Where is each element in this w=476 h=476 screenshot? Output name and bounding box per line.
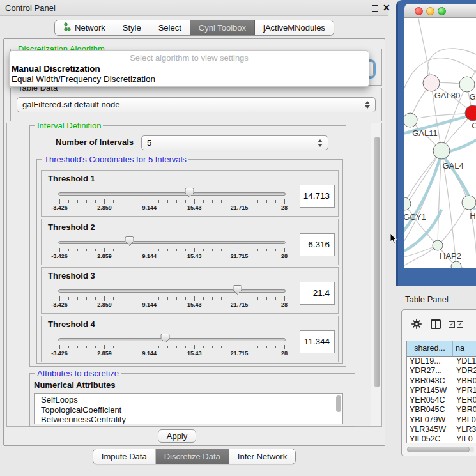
attribute-item-selfloops[interactable]: SelfLoops: [35, 395, 342, 405]
vertical-scrollbar-thumb[interactable]: [374, 137, 380, 387]
table-row[interactable]: YDL19...YDL1: [407, 357, 476, 366]
float-window-icon[interactable]: [372, 5, 378, 12]
threshold-slider-track[interactable]: [58, 192, 286, 196]
network-window-titlebar[interactable]: [404, 4, 476, 18]
cell-shared-name[interactable]: YDR27...: [407, 366, 453, 376]
tick-mark: [249, 200, 249, 203]
threshold-value-field[interactable]: 14.713: [300, 185, 335, 208]
table-row[interactable]: YLR345WYLR3: [407, 425, 476, 434]
tab-impute-data[interactable]: Impute Data: [93, 449, 156, 464]
threshold-slider-thumb[interactable]: [185, 187, 194, 201]
network-node-h[interactable]: [462, 196, 476, 210]
network-canvas[interactable]: GAL80GACGAL11GAL4GCY1HHAP2: [404, 18, 476, 268]
threshold-label: Threshold 4: [48, 319, 95, 329]
tab-style[interactable]: Style: [114, 20, 150, 35]
threshold-slider-thumb[interactable]: [160, 333, 170, 346]
threshold-value-field[interactable]: 6.316: [300, 233, 335, 256]
attributes-list[interactable]: SelfLoopsTopologicalCoefficientBetweenne…: [34, 393, 343, 424]
close-icon[interactable]: ✕: [383, 3, 390, 13]
table-row[interactable]: YPR145WYPR1: [407, 386, 476, 395]
attributes-scrollbar-thumb[interactable]: [336, 395, 341, 412]
algorithm-option-manual-discretization[interactable]: Manual Discretization: [12, 64, 100, 73]
table-panel-title: Table Panel: [405, 295, 449, 304]
network-icon: [63, 22, 72, 33]
network-node-gal11[interactable]: [404, 113, 417, 127]
column-header-shared-name[interactable]: shared...: [407, 341, 453, 357]
network-node[interactable]: [451, 261, 461, 268]
tick-mark: [212, 249, 213, 251]
tick-mark: [257, 200, 258, 203]
gear-icon[interactable]: [411, 319, 422, 329]
table-row[interactable]: YBL079WYBL0: [407, 415, 476, 425]
algorithm-option-equal-width-frequency-discretization[interactable]: Equal Width/Frequency Discretization: [12, 74, 155, 84]
checked-box-icon[interactable]: ✓: [457, 321, 463, 328]
traffic-light-minimize-icon[interactable]: [426, 7, 434, 15]
thresholds-group-title: Threshold's Coordinates for 5 Intervals: [42, 155, 188, 164]
cell-name[interactable]: YBR0: [453, 405, 476, 415]
traffic-light-zoom-icon[interactable]: [438, 7, 446, 15]
cell-shared-name[interactable]: YBR045C: [407, 405, 453, 415]
cell-shared-name[interactable]: YBR043C: [407, 376, 453, 386]
threshold-slider-thumb[interactable]: [125, 236, 134, 249]
tab-network[interactable]: Network: [55, 20, 114, 35]
attribute-item-topologicalcoefficient[interactable]: TopologicalCoefficient: [35, 405, 342, 415]
cell-name[interactable]: YDR2: [453, 366, 476, 376]
threshold-value-field[interactable]: 21.4: [300, 282, 335, 305]
network-node-ga[interactable]: [459, 77, 475, 92]
tick-mark: [257, 249, 258, 251]
scale-label: -3.426: [45, 302, 73, 308]
network-node-hap2[interactable]: [433, 240, 443, 250]
traffic-light-close-icon[interactable]: [415, 7, 423, 15]
tick-mark: [231, 346, 231, 348]
tab-select[interactable]: Select: [150, 20, 190, 35]
threshold-slider-track[interactable]: [58, 338, 286, 341]
network-node-gal80[interactable]: [423, 75, 440, 91]
network-view-window[interactable]: GAL80GACGAL11GAL4GCY1HHAP2: [396, 0, 476, 286]
cell-shared-name[interactable]: YDL19...: [407, 357, 453, 366]
scale-label: 15.43: [180, 350, 208, 357]
threshold-slider-track[interactable]: [58, 241, 286, 244]
table-data-groupbox: Table Data galFiltered.sif default node: [10, 88, 382, 121]
cell-name[interactable]: YLR3: [453, 425, 476, 434]
threshold-slider-thumb[interactable]: [233, 284, 242, 298]
table-row[interactable]: YDR27...YDR2: [407, 366, 476, 376]
cell-name[interactable]: YER0: [453, 395, 476, 405]
control-panel-titlebar: Control Panel ✕: [0, 0, 388, 16]
cell-name[interactable]: YIL0: [453, 434, 476, 441]
cell-shared-name[interactable]: YLR345W: [407, 425, 453, 434]
column-header-name[interactable]: na: [453, 341, 476, 357]
table-row[interactable]: YBR043CYBR0: [407, 376, 476, 386]
tab-cyni-toolbox[interactable]: Cyni Toolbox: [190, 20, 255, 35]
threshold-value-field[interactable]: 11.344: [300, 330, 335, 353]
tick-mark: [113, 346, 114, 348]
table-row[interactable]: YBR045CYBR0: [407, 405, 476, 415]
attribute-item-betweennesscentrality[interactable]: BetweennessCentrality: [35, 415, 342, 424]
table-row[interactable]: YIL052CYIL0: [407, 434, 476, 441]
table-horizontal-scrollbar[interactable]: [407, 447, 474, 452]
table-hscrollbar-thumb[interactable]: [407, 447, 470, 452]
scale-label: 9.144: [135, 302, 164, 308]
cell-shared-name[interactable]: YPR145W: [407, 386, 453, 395]
split-columns-icon[interactable]: [431, 319, 441, 329]
tick-mark: [68, 249, 69, 251]
tab-infer-network[interactable]: Infer Network: [229, 449, 295, 464]
cell-shared-name[interactable]: YBL079W: [407, 415, 453, 425]
cell-shared-name[interactable]: YIL052C: [407, 434, 453, 441]
cell-name[interactable]: YDL1: [453, 357, 476, 366]
checked-box-icon[interactable]: ✓: [449, 321, 455, 328]
apply-button[interactable]: Apply: [158, 429, 196, 443]
intervals-count-combobox[interactable]: 5: [141, 135, 328, 150]
tab-jactivemnodules[interactable]: jActiveMNodules: [255, 20, 334, 35]
tick-mark: [167, 297, 168, 300]
threshold-slider-track[interactable]: [58, 289, 286, 293]
cell-name[interactable]: YBR0: [453, 376, 476, 386]
tab-discretize-data[interactable]: Discretize Data: [156, 449, 229, 464]
node-label-gal80: GAL80: [434, 91, 460, 100]
cell-name[interactable]: YPR1: [453, 386, 476, 395]
cell-name[interactable]: YBL0: [453, 415, 476, 425]
table-data-combobox[interactable]: galFiltered.sif default node: [17, 97, 376, 112]
cell-shared-name[interactable]: YER054C: [407, 395, 453, 405]
table-row[interactable]: YER054CYER0: [407, 395, 476, 405]
scale-label: 21.715: [226, 253, 254, 259]
network-node-gal4[interactable]: [433, 142, 450, 159]
